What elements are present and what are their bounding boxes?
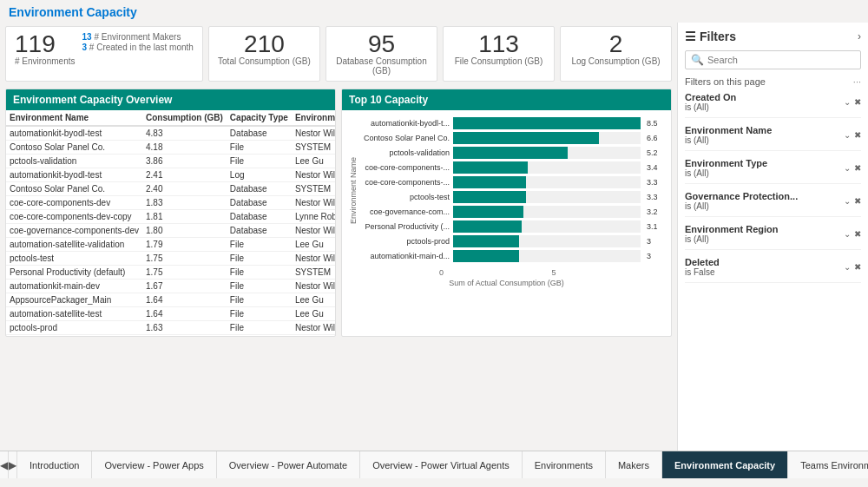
bar-label: Contoso Solar Panel Co. <box>363 134 450 142</box>
cell-type: Database <box>227 210 292 224</box>
cell-name: automationkit-main-dev <box>6 280 142 293</box>
data-row: Environment Capacity Overview Environmen… <box>5 89 672 337</box>
col-maker: Environment Maker <box>292 110 335 126</box>
search-input[interactable] <box>707 55 855 65</box>
tab-prev-button[interactable]: ◀ <box>0 451 9 478</box>
bar-value: 6.6 <box>647 134 664 142</box>
bar-label: automationkit-byodl-t... <box>363 119 450 128</box>
bar-row: coe-core-components-... 3.4 <box>363 161 664 174</box>
filter-clear-icon[interactable]: ✖ <box>854 130 861 140</box>
filter-clear-icon[interactable]: ✖ <box>854 196 861 206</box>
bar-fill <box>453 206 523 218</box>
filter-chevron-icon[interactable]: ⌄ <box>844 229 851 239</box>
tab-overview---power-virtual-agents[interactable]: Overview - Power Virtual Agents <box>360 451 523 478</box>
filter-chevron-icon[interactable]: ⌄ <box>844 97 851 107</box>
filter-item-header: Governance Protection... is (All) ⌄ ✖ <box>685 191 861 211</box>
bar-container <box>453 250 641 262</box>
chart-section: Top 10 Capacity Environment Name automat… <box>341 89 672 337</box>
tab-overview---power-apps[interactable]: Overview - Power Apps <box>92 451 216 478</box>
cell-maker: SYSTEM <box>292 266 335 280</box>
bar-value: 3.1 <box>647 222 664 231</box>
filter-item-header: Environment Type is (All) ⌄ ✖ <box>685 158 861 178</box>
page-title: Environment Capacity <box>0 0 868 23</box>
filter-value: is (All) <box>685 234 779 244</box>
cell-maker: Nestor Wilke <box>292 196 335 210</box>
table-row: AppsourcePackager_Main 1.64 File Lee Gu … <box>6 293 335 307</box>
kpi-total-number: 210 <box>218 32 311 56</box>
cell-consumption: 1.80 <box>142 224 227 238</box>
cell-type: File <box>227 252 292 266</box>
bar-row: coe-core-components-... 3.3 <box>363 176 664 188</box>
bar-fill <box>453 250 519 262</box>
table-row: pctools-test 1.75 File Nestor Wilke 🔗 <box>6 252 335 266</box>
bar-row: pctools-prod 3 <box>363 235 664 247</box>
filter-item-header: Deleted is False ⌄ ✖ <box>685 257 861 277</box>
cell-consumption: 1.67 <box>142 280 227 293</box>
kpi-database-label: Database Consumption (GB) <box>335 56 428 76</box>
filter-name: Environment Region <box>685 224 779 234</box>
table-wrapper[interactable]: Environment Name Consumption (GB) Capaci… <box>6 110 335 336</box>
cell-name: coe-governance-components-dev <box>6 224 142 238</box>
tab-next-button[interactable]: ▶ <box>9 451 17 478</box>
table-row: pctools-prod 1.63 File Nestor Wilke 🔗 <box>6 321 335 335</box>
cell-maker: Nestor Wilke <box>292 168 335 182</box>
filter-chevron-icon[interactable]: ⌄ <box>844 262 851 272</box>
cell-name: Personal Productivity (default) <box>6 266 142 280</box>
tab-overview---power-automate[interactable]: Overview - Power Automate <box>217 451 360 478</box>
kpi-log-label: Log Consumption (GB) <box>569 56 662 66</box>
bar-fill <box>453 147 568 159</box>
cell-consumption: 1.75 <box>142 252 227 266</box>
cell-name: pctools-validation <box>6 155 142 168</box>
tab-environments[interactable]: Environments <box>523 451 606 478</box>
cell-type: Database <box>227 126 292 141</box>
filter-clear-icon[interactable]: ✖ <box>854 229 861 239</box>
cell-name: Contoso Solar Panel Co. <box>6 182 142 196</box>
table-row: automation-satellite-validation 1.79 Fil… <box>6 238 335 252</box>
tab-introduction[interactable]: Introduction <box>17 451 92 478</box>
table-row: automationkit-byodl-test 4.83 Database N… <box>6 126 335 141</box>
tab-teams-environments[interactable]: Teams Environments <box>788 451 868 478</box>
kpi-database-number: 95 <box>335 32 428 56</box>
bar-fill <box>453 191 526 203</box>
bar-fill <box>453 176 526 188</box>
filter-chevron-icon[interactable]: ⌄ <box>844 196 851 206</box>
cell-maker: SYSTEM <box>292 141 335 155</box>
filter-chevron-icon[interactable]: ⌄ <box>844 163 851 173</box>
filter-items: Created On is (All) ⌄ ✖ Environment Name… <box>685 92 861 283</box>
bar-container <box>453 147 641 159</box>
filter-item: Created On is (All) ⌄ ✖ <box>685 92 861 118</box>
cell-maker: Lee Gu <box>292 293 335 307</box>
cell-type: Log <box>227 168 292 182</box>
cell-maker: Nestor Wilke <box>292 224 335 238</box>
bar-value: 8.5 <box>647 119 664 128</box>
filter-value: is (All) <box>685 201 798 211</box>
filter-clear-icon[interactable]: ✖ <box>854 262 861 272</box>
filter-chevron-icon[interactable]: ⌄ <box>844 130 851 140</box>
chevron-right-icon[interactable]: › <box>858 30 861 43</box>
kpi-environments-number: 119 <box>15 32 75 56</box>
tab-environment-capacity[interactable]: Environment Capacity <box>662 451 788 478</box>
filter-value: is False <box>685 267 720 277</box>
kpi-log-number: 2 <box>569 32 662 56</box>
search-box[interactable]: 🔍 <box>685 50 861 69</box>
bar-value: 3.3 <box>647 178 664 187</box>
filter-clear-icon[interactable]: ✖ <box>854 97 861 107</box>
kpi-environments-label: # Environments <box>15 56 75 66</box>
cell-consumption: 1.75 <box>142 266 227 280</box>
filter-value: is (All) <box>685 102 736 112</box>
filter-item-header: Created On is (All) ⌄ ✖ <box>685 92 861 112</box>
kpi-log: 2 Log Consumption (GB) <box>560 26 672 82</box>
table-header: Environment Capacity Overview <box>6 89 335 110</box>
table-row: pctools-validation 3.86 File Lee Gu 🔗 <box>6 155 335 168</box>
tab-makers[interactable]: Makers <box>606 451 662 478</box>
bar-fill <box>453 235 519 247</box>
cell-maker: Nestor Wilke <box>292 252 335 266</box>
cell-maker: Nestor Wilke <box>292 321 335 335</box>
bar-fill <box>453 161 528 174</box>
filter-clear-icon[interactable]: ✖ <box>854 163 861 173</box>
cell-consumption: 1.61 <box>142 335 227 337</box>
col-type: Capacity Type <box>227 110 292 126</box>
cell-maker: Lynne Robbins <box>292 210 335 224</box>
cell-consumption: 1.64 <box>142 307 227 321</box>
table-row: coe-core-components-dev 1.83 Database Ne… <box>6 196 335 210</box>
